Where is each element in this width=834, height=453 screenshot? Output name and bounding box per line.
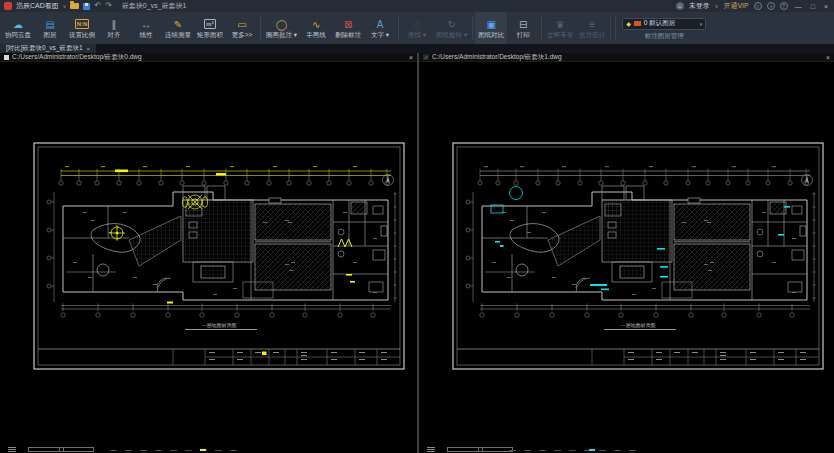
panel-left-header: C:/Users/Administrator/Desktop/嵌套块0.dwg … <box>0 53 417 62</box>
toolbar-delete-annot-label: 删除标注 <box>335 31 361 39</box>
ribbon-buttons: ☁协同云盘▤图层N:N设置比例∥对齐↔线性✎连续测量m²矩形面积▭更多>>◯圈画… <box>2 12 613 44</box>
layer-dropdown-value: 0 默认图层 <box>644 19 675 28</box>
mini-sheet-text-dash <box>140 450 147 452</box>
theme-icon[interactable]: ◑ <box>767 2 775 10</box>
mini-sheet-text-dash <box>110 450 117 452</box>
toolbar-compare-sheets-button[interactable]: ▣图纸对比 <box>475 12 507 44</box>
toolbar-align-button[interactable]: ∥对齐 <box>98 12 130 44</box>
svg-text:一层地面材质图: 一层地面材质图 <box>621 322 656 329</box>
mini-sheet-accent-dash <box>200 449 206 451</box>
toolbar-print-button[interactable]: ⊟打印 <box>507 12 539 44</box>
drawing-sheet-left[interactable]: 一层地面材质图 <box>33 142 405 370</box>
toolbar-freehand-line-button[interactable]: ∿手画线 <box>300 12 332 44</box>
toolbar-circle-annotate-label: 圈画批注 ▾ <box>266 31 297 39</box>
svg-text:一层地面材质图: 一层地面材质图 <box>202 322 237 329</box>
toolbar-delete-annot-button[interactable]: ⊠删除标注 <box>332 12 364 44</box>
layer-dropdown-caret-icon: ▾ <box>700 21 703 27</box>
toolbar-text-button[interactable]: A文字 ▾ <box>364 12 396 44</box>
mini-sheet-text-dash <box>569 450 576 452</box>
panel-right-filepath: C:/Users/Administrator/Desktop/嵌套块1.dwg <box>432 53 562 62</box>
mini-sheet-text-dash <box>125 450 132 452</box>
toolbar-text-label: 文字 ▾ <box>371 31 389 39</box>
layer-manage-label: 标注图层管理 <box>645 32 684 39</box>
print-icon: ⊟ <box>519 18 527 31</box>
toolbar-cont-measure-button[interactable]: ✎连续测量 <box>162 12 194 44</box>
app-logo-icon <box>4 2 12 10</box>
toolbar-cont-measure-label: 连续测量 <box>165 31 191 39</box>
service-icon[interactable]: ☺ <box>754 2 762 10</box>
toolbar-cloud-drive-button[interactable]: ☁协同云盘 <box>2 12 34 44</box>
user-avatar-icon[interactable]: ☺ <box>676 2 684 10</box>
toolbar-more-button[interactable]: ▭更多>> <box>226 12 258 44</box>
mini-sheet-text-dash <box>230 450 237 452</box>
toolbar-annot-stats-label: 批注统计 <box>579 31 605 39</box>
toolbar-print-label: 打印 <box>517 31 530 39</box>
help-icon[interactable]: ? <box>780 2 788 10</box>
panel-left-canvas[interactable]: 一层地面材质图 <box>0 62 417 453</box>
ribbon-toolbar: ☁协同云盘▤图层N:N设置比例∥对齐↔线性✎连续测量m²矩形面积▭更多>>◯圈画… <box>0 12 834 44</box>
tab-close-icon[interactable]: × <box>87 46 91 52</box>
panel-left-close-icon[interactable]: × <box>409 54 413 61</box>
mini-sheet-frame <box>447 447 513 452</box>
compare-content: C:/Users/Administrator/Desktop/嵌套块0.dwg … <box>0 53 834 453</box>
toolbar-circle-annotate-button[interactable]: ◯圈画批注 ▾ <box>263 12 300 44</box>
toolbar-linear-label: 线性 <box>140 31 153 39</box>
layer-block: ◆ 0 默认图层 ▾ 标注图层管理 <box>622 18 706 39</box>
circle-annotate-icon: ◯ <box>276 18 287 31</box>
toolbar-separator <box>610 16 611 40</box>
cont-measure-icon: ✎ <box>174 18 182 31</box>
toolbar-rotate-sheet-label: 图纸旋转 ▾ <box>436 31 467 39</box>
toolbar-align-label: 对齐 <box>108 31 121 39</box>
partial-next-sheet-right <box>419 445 834 453</box>
mini-sheet-text-dash <box>509 450 516 452</box>
undo-icon[interactable]: ↶ <box>94 2 101 10</box>
toolbar-cloud-drive-label: 协同云盘 <box>5 31 31 39</box>
panel-left-filepath: C:/Users/Administrator/Desktop/嵌套块0.dwg <box>12 53 142 62</box>
panel-right-close-icon[interactable]: × <box>826 54 830 61</box>
drawing-panel-left: C:/Users/Administrator/Desktop/嵌套块0.dwg … <box>0 53 417 453</box>
panel-right-canvas[interactable]: 一层地面材质图 <box>419 62 834 453</box>
close-button[interactable]: × <box>822 3 830 10</box>
toolbar-more-label: 更多>> <box>232 31 253 39</box>
login-caret-icon[interactable]: ∨ <box>715 3 719 9</box>
open-file-icon[interactable] <box>70 3 79 9</box>
delete-annot-icon: ⊠ <box>344 18 352 31</box>
toolbar-vip-now-label: 立即专享 <box>547 31 573 39</box>
mini-sheet-accent-dash <box>589 449 595 451</box>
toolbar-find-label: 查找 ▾ <box>408 31 426 39</box>
save-icon[interactable] <box>83 3 90 10</box>
freehand-line-icon: ∿ <box>312 18 320 31</box>
toolbar-rect-area-button[interactable]: m²矩形面积 <box>194 12 226 44</box>
linear-icon: ↔ <box>141 18 151 31</box>
drawing-panel-right: ✓ C:/Users/Administrator/Desktop/嵌套块1.dw… <box>419 53 834 453</box>
toolbar-set-scale-button[interactable]: N:N设置比例 <box>66 12 98 44</box>
panel-right-header: ✓ C:/Users/Administrator/Desktop/嵌套块1.dw… <box>419 53 834 62</box>
rect-area-icon: m² <box>204 19 215 29</box>
partial-next-sheet-left <box>0 445 417 453</box>
drawing-sheet-right[interactable]: 一层地面材质图 <box>452 142 824 370</box>
minimize-button[interactable]: — <box>793 3 804 10</box>
cloud-drive-icon: ☁ <box>13 18 23 31</box>
maximize-button[interactable]: □ <box>809 3 817 10</box>
toolbar-separator <box>260 16 261 40</box>
annot-stats-icon: ≡ <box>589 18 595 31</box>
toolbar-compare-sheets-label: 图纸对比 <box>478 31 504 39</box>
align-icon: ∥ <box>112 18 117 31</box>
redo-icon[interactable]: ↷ <box>105 2 112 10</box>
app-menu-caret-icon[interactable]: ∨ <box>63 3 67 9</box>
rotate-sheet-icon: ↻ <box>447 18 455 31</box>
toolbar-layers-button[interactable]: ▤图层 <box>34 12 66 44</box>
vip-link[interactable]: 开通VIP <box>723 1 748 11</box>
toolbar-rotate-sheet-button: ↻图纸旋转 ▾ <box>433 12 470 44</box>
title-bar: 浩辰CAD看图 ∨ ↶ ↷ 嵌套块0_vs_嵌套块1 ☺ 未登录 ∨ 开通VIP… <box>0 0 834 12</box>
toolbar-separator <box>541 16 542 40</box>
vip-now-icon: ♛ <box>556 18 565 31</box>
toolbar-set-scale-label: 设置比例 <box>69 31 95 39</box>
toolbar-linear-button[interactable]: ↔线性 <box>130 12 162 44</box>
mini-sheet-text-dash <box>170 450 177 452</box>
login-status[interactable]: 未登录 <box>689 1 710 11</box>
mini-sheet-icon <box>427 447 435 452</box>
set-scale-icon: N:N <box>75 19 90 29</box>
layer-dropdown[interactable]: ◆ 0 默认图层 ▾ <box>622 18 706 30</box>
text-icon: A <box>377 18 384 31</box>
